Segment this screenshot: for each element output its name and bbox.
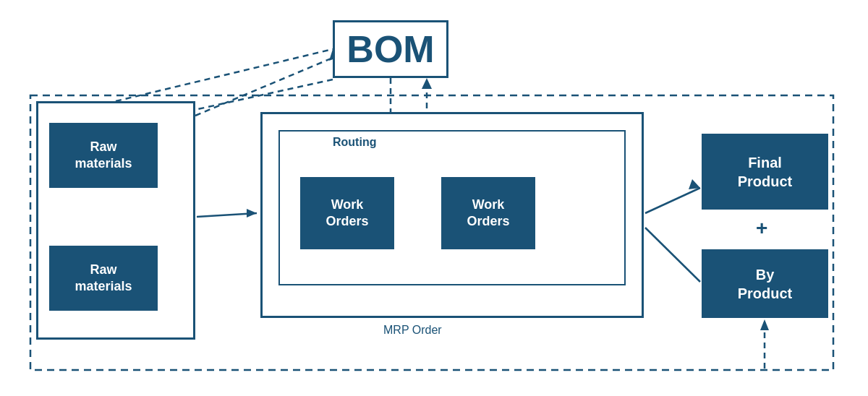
plus-sign: +: [756, 217, 767, 240]
svg-marker-17: [689, 179, 700, 189]
raw-materials-box-1: Raw materials: [49, 123, 158, 188]
svg-marker-20: [760, 319, 769, 330]
svg-line-18: [645, 228, 700, 282]
svg-marker-11: [247, 209, 257, 218]
diagram-container: BOM Raw materials Raw materials Routing …: [0, 0, 868, 396]
work-orders-box-1: Work Orders: [300, 177, 394, 249]
work-orders-label-1: Work Orders: [326, 197, 368, 231]
work-orders-label-2: Work Orders: [467, 197, 509, 231]
by-product-label: By Product: [738, 265, 793, 303]
svg-marker-4: [422, 78, 432, 89]
mrp-order-label: MRP Order: [383, 324, 442, 337]
raw-materials-box-2: Raw materials: [49, 246, 158, 311]
final-product-box: Final Product: [702, 134, 828, 210]
svg-line-16: [645, 188, 700, 213]
final-product-label: Final Product: [738, 153, 793, 191]
svg-line-5: [116, 49, 333, 101]
raw-materials-label-2: Raw materials: [75, 262, 132, 296]
work-orders-box-2: Work Orders: [441, 177, 535, 249]
raw-materials-label-1: Raw materials: [75, 139, 132, 173]
bom-box: BOM: [333, 20, 448, 78]
bom-label: BOM: [346, 27, 434, 71]
routing-label: Routing: [333, 136, 376, 149]
by-product-box: By Product: [702, 249, 828, 318]
